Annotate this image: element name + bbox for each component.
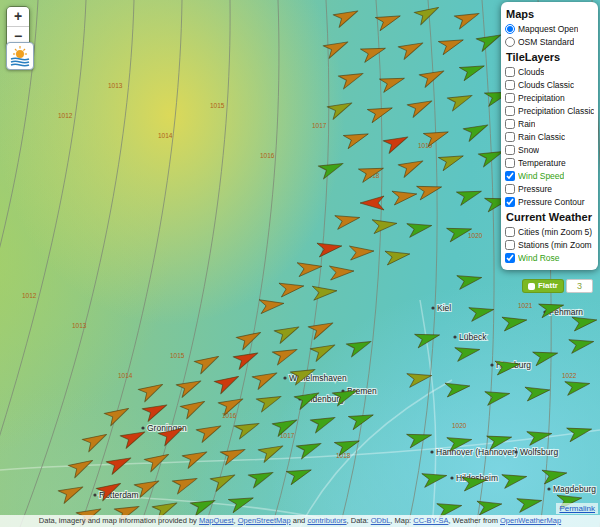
checkbox-precipitation[interactable] [505,93,515,103]
wind-arrow [502,470,528,489]
option-label: Pressure Contour [518,197,585,207]
openweathermap-logo[interactable] [6,42,34,70]
wind-arrow [502,313,528,331]
city-label: Hannover (Hannover) [436,447,518,457]
wind-arrow [438,149,465,170]
attribution-link-cc-by-sa[interactable]: CC-BY-SA [413,516,448,525]
pressure-contour-line [0,0,38,527]
layer-option-temperature[interactable]: Temperature [501,156,598,169]
attribution-link-contributors[interactable]: contributors [307,516,346,525]
city-dot [431,306,434,309]
option-label: Rain [518,119,535,129]
option-label: Precipitation Classic [518,106,594,116]
layer-option-precipitation[interactable]: Precipitation [501,91,598,104]
wind-arrow [333,5,361,28]
wind-arrow [194,350,222,374]
wind-arrow [228,491,255,512]
wind-arrow [214,370,242,394]
layer-option-clouds[interactable]: Clouds [501,65,598,78]
basemap-option-mapquest-open[interactable]: Mapquest Open [501,22,598,35]
wind-arrow [312,284,337,300]
wind-arrow [525,383,551,401]
wind-arrow [234,417,261,439]
basemap-option-osm-standard[interactable]: OSM Standard [501,35,598,48]
wind-arrow [297,259,323,276]
wind-arrow [252,367,280,390]
wind-arrow [68,454,96,478]
permalink-link[interactable]: Permalink [556,503,598,514]
layer-option-rain-classic[interactable]: Rain Classic [501,130,598,143]
option-label: Wind Speed [518,171,564,181]
city-dot [547,487,550,490]
radio-osm-standard[interactable] [505,37,515,47]
layer-option-pressure[interactable]: Pressure [501,182,598,195]
checkbox-clouds[interactable] [505,67,515,77]
wind-arrow [318,157,345,179]
wind-arrow [248,466,275,488]
flattr-button[interactable]: Flattr [522,279,564,293]
option-label: Cities (min Zoom 5) [518,227,592,237]
checkbox-cities-min-zoom-5[interactable] [505,227,515,237]
attribution-text: and [291,516,308,525]
wind-arrow [407,219,433,238]
wind-arrow [196,420,224,443]
attribution-link-odbl[interactable]: ODbL [371,516,391,525]
wind-arrow [317,239,343,257]
layer-option-wind-rose[interactable]: Wind Rose [501,251,598,264]
wind-arrow [407,95,435,118]
flattr-widget: Flattr 3 [522,279,593,293]
wind-arrow [338,67,365,89]
wind-arrow [259,296,285,313]
wind-arrow [459,59,486,80]
layer-option-stations-min-zoom-7[interactable]: Stations (min Zoom 7) [501,238,598,251]
flattr-icon [528,283,535,290]
layer-option-snow[interactable]: Snow [501,143,598,156]
pressure-contour-label: 1015 [210,102,225,109]
wind-arrow [310,339,338,362]
city-dot [93,493,96,496]
wind-arrow [379,72,406,93]
pressure-contour-label: 1017 [312,122,327,129]
wind-arrow [210,469,238,492]
city-dot [141,426,144,429]
wind-arrow [343,127,370,148]
option-label: Mapquest Open [518,24,578,34]
layer-option-precipitation-classic[interactable]: Precipitation Classic [501,104,598,117]
attribution-link-openweathermap[interactable]: OpenWeatherMap [500,516,561,525]
checkbox-rain-classic[interactable] [505,132,515,142]
attribution-text: Data, imagery and map information provid… [39,516,199,525]
layer-option-pressure-contour[interactable]: Pressure Contour [501,195,598,208]
wind-arrow [279,279,305,297]
checkbox-rain[interactable] [505,119,515,129]
checkbox-stations-min-zoom-7[interactable] [505,240,515,250]
checkbox-wind-speed[interactable] [505,171,515,181]
wind-arrow [286,463,313,484]
layer-option-clouds-classic[interactable]: Clouds Classic [501,78,598,91]
checkbox-precipitation-classic[interactable] [505,106,515,116]
checkbox-snow[interactable] [505,145,515,155]
layer-option-cities-min-zoom-5[interactable]: Cities (min Zoom 5) [501,225,598,238]
checkbox-pressure[interactable] [505,184,515,194]
pressure-contour-label: 1012 [58,112,73,119]
wind-arrow [455,343,481,362]
checkbox-clouds-classic[interactable] [505,80,515,90]
wind-arrow [392,187,418,205]
radio-mapquest-open[interactable] [505,24,515,34]
pressure-contour-label: 1021 [518,302,533,309]
option-label: Stations (min Zoom 7) [518,240,594,250]
wind-arrow [454,7,481,29]
wind-arrow [469,303,495,322]
pressure-contour-label: 1014 [118,372,133,379]
attribution-link-mapquest[interactable]: MapQuest [199,516,234,525]
checkbox-wind-rose[interactable] [505,253,515,263]
checkbox-temperature[interactable] [505,158,515,168]
attribution-bar: Data, imagery and map information provid… [0,515,600,527]
layer-option-rain[interactable]: Rain [501,117,598,130]
wind-arrow [476,29,504,52]
wind-arrow [310,411,337,433]
checkbox-pressure-contour[interactable] [505,197,515,207]
attribution-link-openstreetmap[interactable]: OpenStreetMap [238,516,291,525]
layer-option-wind-speed[interactable]: Wind Speed [501,169,598,182]
zoom-in-button[interactable]: + [7,7,29,27]
wind-arrow [372,216,398,233]
